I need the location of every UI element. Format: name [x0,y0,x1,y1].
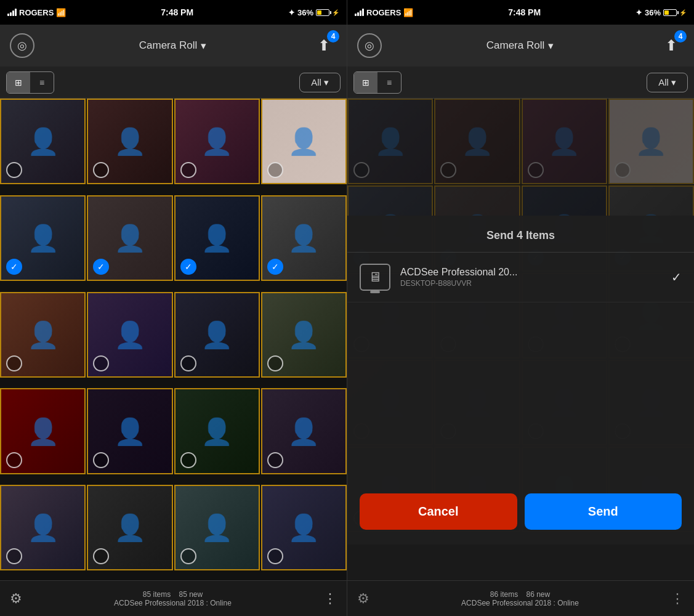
right-battery-percent: 36% [645,8,661,17]
select-circle-3[interactable] [180,162,196,178]
right-bolt-icon: ⚡ [679,9,687,16]
photo-cell-14[interactable]: 👤 [87,388,172,474]
right-battery [663,9,677,16]
right-signal-bars [355,9,364,16]
right-status-bar: ROGERS 📶 7:48 PM ✦ 36% ⚡ [347,0,694,25]
left-signal-bars [7,9,17,16]
device-info-block: ACDSee Professional 20... DESKTOP-B88UVV… [400,267,661,288]
device-name-label: ACDSee Professional 20... [400,267,661,278]
left-battery-fill [317,10,321,15]
right-signal-bar-3 [360,10,361,16]
right-select-4 [615,162,631,178]
left-wifi-icon: 📶 [56,8,66,17]
right-grid-container: 👤 👤 👤 👤 👤✓ 👤✓ 👤✓ 👤✓ 👤 👤 👤 👤 👤 👤 👤 👤 👤 👤 … [347,99,694,580]
left-list-view-button[interactable]: ≡ [30,72,54,93]
photo-cell-17[interactable]: 👤 [0,485,86,570]
right-upload-button[interactable]: 4 ⬆ [658,33,684,59]
photo-cell-8[interactable]: 👤 ✓ [261,195,347,281]
photo-cell-6[interactable]: 👤 ✓ [87,195,172,281]
right-select-3 [528,162,544,178]
right-app-logo[interactable]: ◎ [357,33,382,58]
right-list-view-button[interactable]: ≡ [377,72,401,93]
signal-bar-4 [15,9,17,16]
photo-cell-16[interactable]: 👤 [261,388,347,474]
right-bottom-info: 86 items 86 new ACDSee Professional 2018… [369,590,671,607]
photo-cell-20[interactable]: 👤 [261,485,347,570]
right-upload-badge: 4 [674,30,687,43]
right-grid-view-button[interactable]: ⊞ [354,72,377,93]
left-filter-button[interactable]: All ▾ [299,73,341,92]
photo-cell-19[interactable]: 👤 [174,485,260,570]
left-grid-view-button[interactable]: ⊞ [7,72,30,93]
left-app-logo[interactable]: ◎ [10,33,34,58]
left-nav-bar: ◎ Camera Roll ▾ 4 ⬆ [0,25,347,67]
device-subtitle-label: DESKTOP-B88UVVR [400,279,661,288]
left-camera-roll-label: Camera Roll [139,39,197,52]
select-circle-13[interactable] [6,452,22,468]
left-battery-percent: 36% [297,8,313,17]
photo-cell-5[interactable]: 👤 ✓ [0,195,86,281]
send-button[interactable]: Send [525,493,682,530]
right-title-chevron: ▾ [548,39,554,52]
select-circle-12[interactable] [267,355,283,371]
select-circle-15[interactable] [180,452,196,468]
left-nav-title: Camera Roll ▾ [139,39,206,52]
right-filter-button[interactable]: All ▾ [647,73,688,92]
photo-cell-13[interactable]: 👤 [0,388,86,474]
photo-cell-9[interactable]: 👤 [0,292,86,378]
left-app-name: ACDSee Professional 2018 : Online [22,599,323,607]
right-time: 7:48 PM [508,7,541,17]
right-more-icon[interactable]: ⋮ [671,591,684,607]
select-circle-9[interactable] [6,355,22,371]
select-circle-16[interactable] [267,452,283,468]
select-circle-11[interactable] [180,355,196,371]
photo-cell-18[interactable]: 👤 [87,485,172,570]
left-bottom-info: 85 items 85 new ACDSee Professional 2018… [22,590,323,607]
select-circle-10[interactable] [93,355,109,371]
left-status-bar: ROGERS 📶 7:48 PM ✦ 36% ⚡ [0,0,347,25]
left-phone-panel: ROGERS 📶 7:48 PM ✦ 36% ⚡ ◎ Camera Roll ▾… [0,0,347,616]
signal-bar-1 [7,14,9,16]
select-circle-4[interactable] [267,162,283,178]
photo-cell-15[interactable]: 👤 [174,388,260,474]
left-settings-icon[interactable]: ⚙ [10,591,22,607]
photo-cell-7[interactable]: 👤 ✓ [174,195,260,281]
right-signal-bar-2 [357,12,359,16]
left-time: 7:48 PM [161,7,193,17]
right-camera-roll-label: Camera Roll [486,39,544,52]
left-items-label: 85 items [143,590,171,599]
left-title-chevron: ▾ [201,39,206,52]
select-circle-14[interactable] [93,452,109,468]
photo-cell-11[interactable]: 👤 [174,292,260,378]
device-list-item[interactable]: 🖥 ACDSee Professional 20... DESKTOP-B88U… [347,253,694,302]
right-bottom-bar: ⚙ 86 items 86 new ACDSee Professional 20… [347,580,694,616]
photo-cell-2[interactable]: 👤 [87,99,172,184]
photo-cell-4[interactable]: 👤 [261,99,347,184]
select-circle-5[interactable]: ✓ [6,259,22,275]
photo-cell-3[interactable]: 👤 [174,99,260,184]
overlay-action-buttons: Cancel Send [347,481,694,545]
left-bottom-bar: ⚙ 85 items 85 new ACDSee Professional 20… [0,580,347,616]
left-upload-button[interactable]: 4 ⬆ [311,33,337,59]
left-logo-icon: ◎ [17,39,27,52]
right-view-toggle: ⊞ ≡ [353,71,401,94]
select-circle-7[interactable]: ✓ [180,259,196,275]
right-wifi-icon: 📶 [403,8,413,17]
photo-cell-12[interactable]: 👤 [261,292,347,378]
right-settings-icon[interactable]: ⚙ [357,591,369,607]
select-circle-19[interactable] [180,548,196,564]
select-circle-8[interactable]: ✓ [267,259,283,275]
photo-cell-1[interactable]: 👤 [0,99,86,184]
left-bluetooth-icon: ✦ [288,8,295,17]
cancel-button[interactable]: Cancel [360,493,517,530]
monitor-symbol: 🖥 [368,269,382,285]
right-signal-bar-1 [355,14,357,16]
left-view-toggle: ⊞ ≡ [6,71,54,94]
left-new-label: 85 new [179,590,203,599]
signal-bar-3 [12,10,14,16]
photo-cell-10[interactable]: 👤 [87,292,172,378]
left-more-icon[interactable]: ⋮ [323,591,337,607]
send-items-overlay: Send 4 Items 🖥 ACDSee Professional 20...… [347,216,694,545]
right-carrier: ROGERS [366,8,401,17]
right-nav-bar: ◎ Camera Roll ▾ 4 ⬆ [347,25,694,67]
